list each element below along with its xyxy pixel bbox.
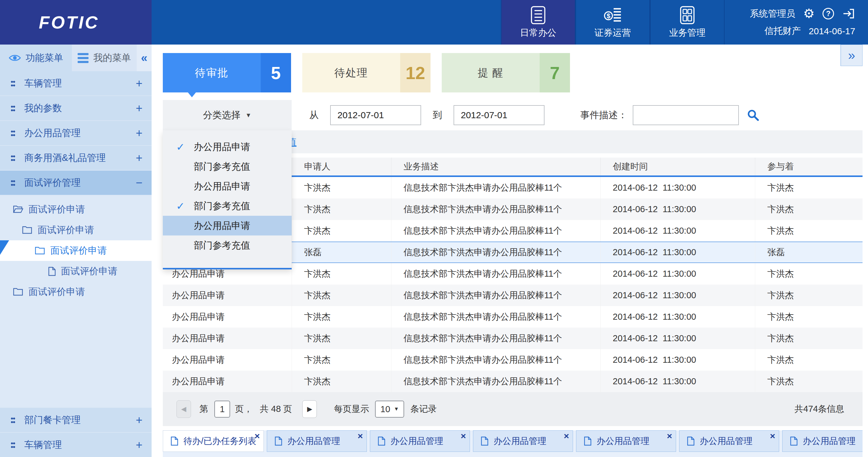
table-row-6[interactable]: 办公用品申请 卞洪杰 信息技术部卞洪杰申请办公用品胶棒11个 2014-06-1… <box>163 306 863 328</box>
expand-toggle[interactable]: + <box>136 414 143 427</box>
dropdown-item-5[interactable]: ✓ 部门参考充值 <box>163 235 292 255</box>
date-from-input[interactable] <box>330 105 421 125</box>
sidebar-menu-item-2[interactable]: 办公用品管理 + <box>0 121 152 146</box>
prev-page-button[interactable]: ◀ <box>177 400 191 418</box>
search-icon[interactable] <box>747 109 760 122</box>
top-nav-item-2[interactable]: $ 业务管理 <box>650 0 724 44</box>
sidebar-tree-item-2[interactable]: 面试评价申请 <box>0 240 152 261</box>
sidebar-tree-item-0[interactable]: 面试评价申请 <box>0 199 152 220</box>
dropdown-item-2[interactable]: ✓ 办公用品申请 <box>163 176 292 196</box>
document-icon <box>170 436 179 446</box>
page-number-input[interactable] <box>214 401 230 418</box>
expand-toggle[interactable]: + <box>136 152 143 165</box>
status-card-label: 待审批 <box>163 53 261 92</box>
settings-gear-icon[interactable]: ⚙ <box>803 7 815 20</box>
cell-created-time: 2014-06-12 11:30:00 <box>600 371 755 392</box>
sidebar-menu-bottom-item-1[interactable]: 车辆管理 + <box>0 432 152 457</box>
close-icon[interactable]: × <box>254 431 260 441</box>
help-icon[interactable]: ? <box>823 8 834 20</box>
bottom-tab-5[interactable]: 办公用品管理 × <box>679 430 779 452</box>
status-card-count: 7 <box>540 53 570 92</box>
top-nav-item-1[interactable]: $ 证券运营 <box>576 0 650 44</box>
column-header-participant: 参与着 <box>755 158 863 175</box>
app-window: FOTIC $ 日常办公 $ <box>0 0 868 457</box>
document-icon <box>687 436 695 446</box>
sidebar-menu-item-4[interactable]: 面试评价管理 − <box>0 171 152 195</box>
expand-toggle[interactable]: − <box>136 176 143 189</box>
status-card-2[interactable]: 提 醒 7 <box>442 53 570 92</box>
check-icon: ✓ <box>176 141 194 153</box>
sidebar-menu-item-1[interactable]: 我的参数 + <box>0 96 152 121</box>
status-card-1[interactable]: 待处理 12 <box>302 53 431 92</box>
sidebar-menu-label: 商务用酒&礼品管理 <box>24 152 106 164</box>
cell-description: 信息技术部卞洪杰申请办公用品胶棒11个 <box>391 198 600 220</box>
dropdown-item-label: 部门参考充值 <box>194 160 250 173</box>
bottom-tab-label: 办公用品管理 <box>803 435 856 447</box>
date-to-input[interactable] <box>454 105 545 125</box>
dropdown-item-3[interactable]: ✓ 部门参考充值 <box>163 196 292 216</box>
expand-toggle[interactable]: + <box>136 127 143 140</box>
cell-applicant: 张磊 <box>292 242 391 262</box>
sidebar-tab-function-menu[interactable]: 功能菜单 <box>0 44 72 71</box>
bottom-tab-3[interactable]: 办公用品管理 × <box>473 430 573 452</box>
close-icon[interactable]: × <box>358 431 363 441</box>
table-row-9[interactable]: 办公用品申请 卞洪杰 信息技术部卞洪杰申请办公用品胶棒11个 2014-06-1… <box>163 371 863 392</box>
sidebar-tab-my-menu[interactable]: 我的菜单 <box>72 44 137 71</box>
close-icon[interactable]: × <box>461 431 466 441</box>
sidebar-tree-label: 面试评价申请 <box>29 203 85 216</box>
next-page-button[interactable]: ▶ <box>302 400 317 418</box>
close-icon[interactable]: × <box>667 431 672 441</box>
sidebar-tree-item-1[interactable]: 面试评价申请 <box>0 220 152 240</box>
status-card-0[interactable]: 待审批 5 <box>163 53 291 92</box>
cell-description: 信息技术部卞洪杰申请办公用品胶棒11个 <box>391 242 600 262</box>
sidebar-menu-item-0[interactable]: 车辆管理 + <box>0 71 152 96</box>
cell-type: 办公用品申请 <box>163 306 292 328</box>
bottom-tab-2[interactable]: 办公用品管理 × <box>370 430 470 452</box>
page-label: 第 <box>199 403 208 415</box>
drag-handle-icon <box>11 79 15 88</box>
sidebar-menu-item-3[interactable]: 商务用酒&礼品管理 + <box>0 146 152 171</box>
bottom-tab-0[interactable]: 待办/已办任务列表 × <box>163 430 264 452</box>
sidebar-tree-item-3[interactable]: 面试评价申请 <box>0 261 152 282</box>
dropdown-item-label: 办公用品申请 <box>194 180 250 193</box>
expand-toggle[interactable]: + <box>136 102 143 115</box>
close-icon[interactable]: × <box>770 431 775 441</box>
cell-applicant: 卞洪杰 <box>292 349 391 371</box>
table-row-7[interactable]: 办公用品申请 卞洪杰 信息技术部卞洪杰申请办公用品胶棒11个 2014-06-1… <box>163 328 863 349</box>
cell-applicant: 卞洪杰 <box>292 328 391 349</box>
cell-description: 信息技术部卞洪杰申请办公用品胶棒11个 <box>391 263 600 285</box>
dropdown-item-0[interactable]: ✓ 办公用品申请 <box>163 137 292 157</box>
dropdown-item-4[interactable]: ✓ 办公用品申请 <box>163 216 292 235</box>
current-date: 2014-06-17 <box>809 26 855 36</box>
bottom-tab-6[interactable]: 办公用品管理 × <box>782 430 863 452</box>
category-select-button[interactable]: 分类选择 ▼ <box>163 100 292 130</box>
dropdown-item-label: 部门参考充值 <box>194 239 250 252</box>
menu-bars-icon <box>78 53 89 63</box>
bottom-tab-1[interactable]: 办公用品管理 × <box>267 430 367 452</box>
sidebar: 功能菜单 我的菜单 « 车辆管理 + <box>0 44 152 457</box>
per-page-select[interactable]: 10 ▼ <box>375 401 404 418</box>
bottom-tab-4[interactable]: 办公用品管理 × <box>576 430 676 452</box>
top-nav-item-0[interactable]: $ 日常办公 <box>501 0 576 44</box>
sidebar-menu-bottom-item-0[interactable]: 部门餐卡管理 + <box>0 407 152 432</box>
expand-toggle[interactable]: + <box>136 438 143 452</box>
cell-participant: 卞洪杰 <box>755 328 863 349</box>
cell-participant: 卞洪杰 <box>755 306 863 328</box>
logo: FOTIC <box>0 0 152 44</box>
cell-created-time: 2014-06-12 11:30:00 <box>600 306 755 328</box>
chevron-down-icon: ▼ <box>246 112 252 119</box>
table-row-5[interactable]: 办公用品申请 卞洪杰 信息技术部卞洪杰申请办公用品胶棒11个 2014-06-1… <box>163 285 863 306</box>
sidebar-collapse-button[interactable]: « <box>137 44 152 71</box>
expand-toggle[interactable]: + <box>136 77 143 90</box>
dropdown-item-1[interactable]: ✓ 部门参考充值 <box>163 157 292 176</box>
tab-overflow-button[interactable]: » <box>840 44 863 66</box>
bottom-tab-label: 办公用品管理 <box>597 435 649 447</box>
folder-icon <box>13 287 24 296</box>
event-desc-input[interactable] <box>633 105 739 125</box>
table-row-8[interactable]: 办公用品申请 卞洪杰 信息技术部卞洪杰申请办公用品胶棒11个 2014-06-1… <box>163 349 863 371</box>
logout-icon[interactable] <box>842 7 855 20</box>
cell-applicant: 卞洪杰 <box>292 198 391 220</box>
cell-description: 信息技术部卞洪杰申请办公用品胶棒11个 <box>391 306 600 328</box>
close-icon[interactable]: × <box>564 431 569 441</box>
sidebar-tree-item-4[interactable]: 面试评价申请 <box>0 282 152 302</box>
